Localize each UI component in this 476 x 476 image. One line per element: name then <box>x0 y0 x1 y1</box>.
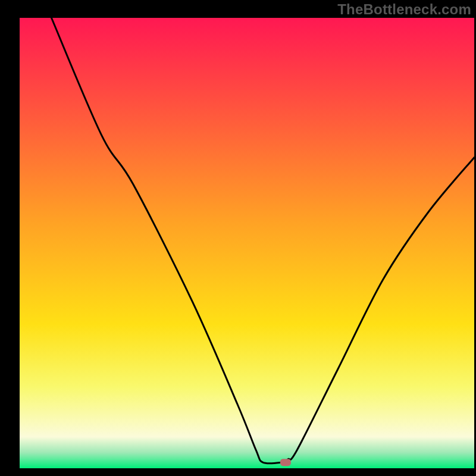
watermark-text: TheBottleneck.com <box>337 1 471 18</box>
bottleneck-chart <box>0 0 476 476</box>
optimal-point-marker <box>280 459 291 466</box>
